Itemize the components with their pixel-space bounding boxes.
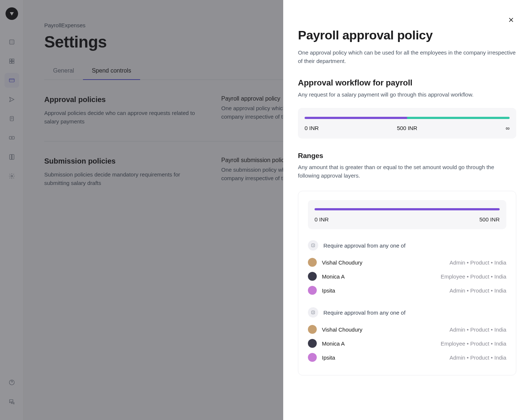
person-name: Ipsita: [322, 287, 335, 294]
person-name: Monica A: [322, 273, 345, 280]
close-button[interactable]: [506, 15, 516, 25]
mini-range-bar: [315, 208, 500, 210]
avatar: [308, 272, 317, 281]
drawer-subtitle: One approval policy which can be used fo…: [298, 48, 516, 66]
range-overview: 0 INR 500 INR ∞: [298, 108, 516, 139]
person-row: IpsitaAdmin • Product • India: [308, 353, 506, 362]
person-meta: Admin • Product • India: [450, 326, 506, 333]
person-meta: Admin • Product • India: [450, 354, 506, 361]
avatar: [308, 286, 317, 295]
person-name: Vishal Choudury: [322, 259, 362, 266]
person-row: IpsitaAdmin • Product • India: [308, 286, 506, 295]
person-name: Vishal Choudury: [322, 326, 362, 333]
person-row: Monica AEmployee • Product • India: [308, 339, 506, 348]
approval-layer-2: 2Require approval from any one ofVishal …: [308, 307, 506, 362]
svg-text:2: 2: [312, 311, 313, 314]
workflow-title: Approval workflow for payroll: [298, 78, 516, 88]
policy-drawer: Payroll approval policy One approval pol…: [283, 0, 531, 420]
person-name: Monica A: [322, 340, 345, 347]
person-meta: Employee • Product • India: [441, 340, 506, 347]
close-icon: [507, 16, 515, 24]
range-label-end: ∞: [506, 125, 510, 131]
layer-badge-2: 2: [308, 307, 318, 318]
layer-text: Require approval from any one of: [323, 309, 406, 316]
person-meta: Admin • Product • India: [450, 259, 506, 266]
range-segment-2: [407, 117, 510, 119]
avatar: [308, 339, 317, 348]
range-label-mid: 500 INR: [397, 125, 417, 131]
person-name: Ipsita: [322, 354, 335, 361]
avatar: [308, 325, 317, 334]
person-meta: Admin • Product • India: [450, 287, 506, 294]
ranges-sub: Any amount that is greater than or equal…: [298, 163, 516, 180]
avatar: [308, 353, 317, 362]
approval-layer-1: 1Require approval from any one ofVishal …: [308, 240, 506, 295]
layer-text: Require approval from any one of: [323, 242, 406, 249]
svg-text:1: 1: [312, 244, 313, 246]
layer-badge-1: 1: [308, 240, 318, 251]
range-bar: [305, 117, 510, 119]
ranges-title: Ranges: [298, 152, 516, 160]
mini-range-start: 0 INR: [315, 216, 329, 223]
mini-range-end: 500 INR: [479, 216, 500, 223]
drawer-title: Payroll approval policy: [298, 28, 516, 42]
person-row: Vishal ChouduryAdmin • Product • India: [308, 258, 506, 267]
mini-range: 0 INR 500 INR: [308, 200, 506, 229]
avatar: [308, 258, 317, 267]
person-meta: Employee • Product • India: [441, 273, 506, 280]
person-row: Vishal ChouduryAdmin • Product • India: [308, 325, 506, 334]
person-row: Monica AEmployee • Product • India: [308, 272, 506, 281]
range-card-1: 0 INR 500 INR 1Require approval from any…: [298, 191, 516, 375]
range-segment-1: [305, 117, 407, 119]
range-label-start: 0 INR: [305, 125, 319, 131]
workflow-sub: Any request for a salary payment will go…: [298, 91, 516, 98]
